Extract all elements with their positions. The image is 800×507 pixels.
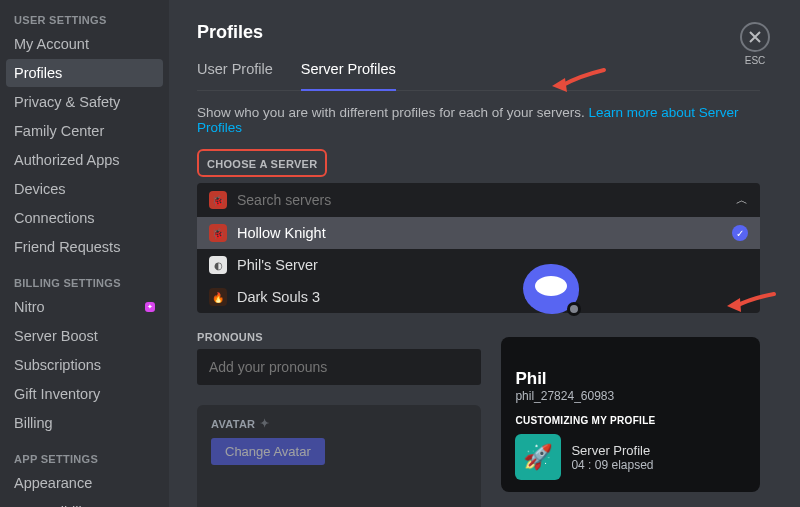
sidebar-item-friend-requests[interactable]: Friend Requests	[6, 233, 163, 261]
search-server-icon: 🐞	[209, 191, 227, 209]
profile-username: phil_27824_60983	[515, 389, 746, 403]
status-dot-icon	[567, 302, 581, 316]
choose-server-label: CHOOSE A SERVER	[207, 158, 317, 170]
profile-preview-card: Phil phil_27824_60983 CUSTOMIZING MY PRO…	[501, 337, 760, 492]
annotation-highlight-choose: CHOOSE A SERVER	[197, 149, 327, 177]
sidebar-item-my-account[interactable]: My Account	[6, 30, 163, 58]
pronouns-input[interactable]	[209, 359, 469, 375]
rocket-icon: 🚀	[515, 434, 561, 480]
close-button[interactable]	[740, 22, 770, 52]
server-icon: 🐞	[209, 224, 227, 242]
selected-check-icon: ✓	[732, 225, 748, 241]
description-text: Show who you are with different profiles…	[197, 105, 585, 120]
server-search-row[interactable]: 🐞 ︿	[197, 183, 760, 217]
annotation-arrow-tabs	[549, 66, 609, 98]
tab-server-profiles[interactable]: Server Profiles	[301, 61, 396, 91]
activity-title: Server Profile	[571, 443, 653, 458]
nitro-lock-icon: ✦	[260, 417, 269, 430]
main-panel: ESC Profiles User Profile Server Profile…	[169, 0, 800, 507]
server-name: Phil's Server	[237, 257, 318, 273]
sidebar-heading-billing: BILLING SETTINGS	[6, 271, 163, 293]
annotation-arrow-status	[724, 290, 778, 318]
server-dropdown: 🐞 ︿ 🐞 Hollow Knight ✓ ◐ Phil's Server 🔥 …	[197, 183, 760, 313]
chevron-up-icon[interactable]: ︿	[736, 192, 748, 209]
sidebar-heading-app: APP SETTINGS	[6, 447, 163, 469]
server-name: Hollow Knight	[237, 225, 326, 241]
profile-customizing-heading: CUSTOMIZING MY PROFILE	[515, 415, 746, 426]
pronouns-input-wrap[interactable]	[197, 349, 481, 385]
server-option-phils-server[interactable]: ◐ Phil's Server	[197, 249, 760, 281]
svg-marker-1	[727, 298, 741, 312]
avatar-blob	[523, 264, 579, 314]
sidebar-item-devices[interactable]: Devices	[6, 175, 163, 203]
profiles-description: Show who you are with different profiles…	[197, 105, 760, 135]
nitro-label: Nitro	[14, 299, 45, 315]
sidebar-item-billing[interactable]: Billing	[6, 409, 163, 437]
profile-display-name: Phil	[515, 369, 746, 389]
sidebar-item-authorized-apps[interactable]: Authorized Apps	[6, 146, 163, 174]
sidebar-item-connections[interactable]: Connections	[6, 204, 163, 232]
sidebar-item-profiles[interactable]: Profiles	[6, 59, 163, 87]
svg-marker-0	[552, 78, 567, 92]
sidebar-item-accessibility[interactable]: Accessibility	[6, 498, 163, 507]
avatar-label: AVATAR ✦	[211, 417, 467, 430]
profile-tabs: User Profile Server Profiles	[197, 61, 760, 91]
page-title: Profiles	[197, 22, 760, 43]
server-name: Dark Souls 3	[237, 289, 320, 305]
avatar-section: AVATAR ✦ Change Avatar	[197, 405, 481, 507]
tab-user-profile[interactable]: User Profile	[197, 61, 273, 90]
sidebar-item-subscriptions[interactable]: Subscriptions	[6, 351, 163, 379]
sidebar-item-nitro[interactable]: Nitro ✦	[6, 293, 163, 321]
close-icon	[748, 30, 762, 44]
pronouns-label: PRONOUNS	[197, 331, 481, 343]
server-icon: 🔥	[209, 288, 227, 306]
sidebar-item-gift-inventory[interactable]: Gift Inventory	[6, 380, 163, 408]
server-icon: ◐	[209, 256, 227, 274]
profile-activity: 🚀 Server Profile 04 : 09 elapsed	[515, 434, 746, 480]
sidebar-item-appearance[interactable]: Appearance	[6, 469, 163, 497]
sidebar-heading-user: USER SETTINGS	[6, 8, 163, 30]
sidebar-item-privacy[interactable]: Privacy & Safety	[6, 88, 163, 116]
sidebar-item-server-boost[interactable]: Server Boost	[6, 322, 163, 350]
settings-sidebar: USER SETTINGS My Account Profiles Privac…	[0, 0, 169, 507]
sidebar-item-family[interactable]: Family Center	[6, 117, 163, 145]
close-label: ESC	[740, 55, 770, 66]
activity-elapsed: 04 : 09 elapsed	[571, 458, 653, 472]
change-avatar-button[interactable]: Change Avatar	[211, 438, 325, 465]
nitro-badge-icon: ✦	[145, 302, 155, 312]
server-option-hollow-knight[interactable]: 🐞 Hollow Knight ✓	[197, 217, 760, 249]
close-settings: ESC	[740, 22, 770, 66]
server-search-input[interactable]	[237, 192, 736, 208]
